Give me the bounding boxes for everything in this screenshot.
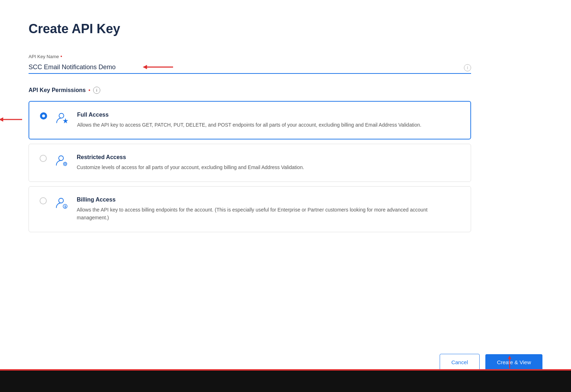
svg-point-17: [59, 198, 63, 203]
full-access-arrow: [0, 115, 24, 125]
svg-line-13: [64, 163, 64, 163]
billing-access-title: Billing Access: [77, 197, 460, 203]
create-view-button[interactable]: Create & View: [485, 354, 542, 370]
full-access-title: Full Access: [77, 112, 460, 118]
billing-access-option[interactable]: $ Billing Access Allows the API key to a…: [29, 186, 471, 232]
restricted-access-content: Restricted Access Customize levels of ac…: [77, 154, 460, 171]
api-key-permissions-section: API Key Permissions • i: [29, 87, 471, 236]
restricted-access-desc: Customize levels of access for all parts…: [77, 163, 460, 171]
svg-point-8: [65, 163, 66, 164]
cancel-button[interactable]: Cancel: [440, 354, 480, 371]
api-key-name-section: API Key Name • i: [29, 54, 471, 74]
required-indicator: •: [60, 54, 62, 59]
billing-access-content: Billing Access Allows the API key to acc…: [77, 197, 460, 222]
svg-text:$: $: [64, 204, 66, 208]
full-access-option[interactable]: Full Access Allows the API key to access…: [29, 101, 471, 139]
restricted-access-radio[interactable]: [40, 155, 47, 162]
permissions-label: API Key Permissions • i: [29, 87, 471, 94]
page-title: Create API Key: [29, 21, 471, 36]
permissions-required-indicator: •: [89, 87, 90, 93]
svg-point-6: [59, 156, 63, 161]
svg-point-4: [59, 113, 64, 118]
permissions-info-icon[interactable]: i: [93, 87, 100, 94]
billing-access-desc: Allows the API key to access billing end…: [77, 206, 460, 222]
bottom-black-bar: [0, 371, 571, 392]
svg-line-16: [66, 163, 66, 163]
full-access-desc: Allows the API key to access GET, PATCH,…: [77, 121, 460, 129]
billing-access-icon: $: [54, 195, 70, 211]
api-key-name-input[interactable]: [29, 61, 471, 74]
full-access-icon: [54, 110, 70, 126]
svg-marker-5: [63, 118, 68, 123]
svg-marker-3: [0, 117, 3, 122]
svg-marker-21: [508, 356, 511, 359]
billing-access-radio[interactable]: [40, 197, 47, 204]
svg-line-14: [66, 165, 66, 166]
action-buttons: Cancel Create & View: [440, 354, 542, 371]
create-view-arrow: [505, 356, 514, 370]
restricted-access-title: Restricted Access: [77, 154, 460, 161]
svg-line-15: [64, 165, 64, 166]
api-key-name-label: API Key Name •: [29, 54, 471, 59]
full-access-content: Full Access Allows the API key to access…: [77, 112, 460, 129]
full-access-radio[interactable]: [40, 112, 47, 119]
permissions-options-list: Full Access Allows the API key to access…: [29, 101, 471, 236]
restricted-access-option[interactable]: Restricted Access Customize levels of ac…: [29, 144, 471, 182]
api-key-name-info-icon[interactable]: i: [464, 64, 471, 71]
restricted-access-icon: [54, 153, 70, 168]
